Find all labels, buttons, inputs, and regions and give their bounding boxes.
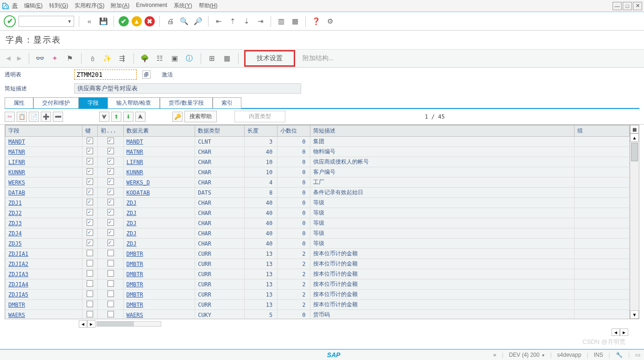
page-last-icon[interactable]: ⇥: [255, 16, 266, 27]
cut-icon[interactable]: ✂: [5, 112, 15, 122]
col-header[interactable]: 初...: [98, 126, 123, 137]
data-element-link[interactable]: MANDT: [126, 139, 143, 145]
field-link[interactable]: KUNNR: [8, 169, 25, 176]
field-column-scrollbar[interactable]: ◄►: [79, 320, 162, 328]
data-element-link[interactable]: WERKS_D: [126, 179, 150, 186]
init-checkbox[interactable]: [107, 219, 114, 226]
field-link[interactable]: MATNR: [8, 149, 25, 155]
init-checkbox[interactable]: [107, 280, 114, 287]
settings-icon[interactable]: ▦: [630, 125, 639, 133]
menu-item[interactable]: 编辑(E): [24, 2, 43, 10]
activate-icon[interactable]: 🕯: [87, 53, 98, 64]
cancel-icon[interactable]: ✖: [145, 16, 155, 26]
hierarchy-icon[interactable]: 🌳: [139, 53, 151, 64]
table-row[interactable]: DATABKODATABDATS80条件记录有效起始日: [6, 188, 630, 198]
menu-item[interactable]: 附加(A): [111, 2, 129, 10]
data-element-link[interactable]: KUNNR: [126, 169, 143, 176]
key-checkbox[interactable]: [87, 178, 93, 185]
table-row[interactable]: ZDJ2ZDJCHAR400等级: [6, 208, 630, 218]
field-link[interactable]: ZDJIA4: [8, 281, 28, 288]
key-checkbox[interactable]: [87, 148, 93, 154]
insert-row-icon[interactable]: ➕: [41, 112, 51, 122]
scroll-down-icon[interactable]: ▼: [630, 310, 639, 319]
field-link[interactable]: LIFNR: [8, 159, 25, 165]
print-icon[interactable]: 🖨: [164, 16, 176, 27]
table-row[interactable]: ZDJIA4DMBTRCURR132按本位币计的金额: [6, 279, 630, 290]
close-button[interactable]: ✕: [633, 2, 642, 10]
field-link[interactable]: ZDJ1: [8, 200, 22, 206]
display-change-icon[interactable]: 👓: [35, 53, 46, 64]
page-down-icon[interactable]: ⇣: [241, 16, 252, 27]
data-element-link[interactable]: DMBTR: [126, 281, 143, 288]
tab-3[interactable]: 输入帮助/检查: [107, 97, 160, 108]
key-checkbox[interactable]: [87, 270, 93, 277]
key-checkbox[interactable]: [87, 229, 93, 236]
where-used-icon[interactable]: ⇶: [117, 53, 128, 64]
search-help-button[interactable]: 搜索帮助: [184, 111, 217, 122]
short-desc-field[interactable]: [74, 83, 301, 94]
key-checkbox[interactable]: [87, 280, 93, 287]
field-link[interactable]: WAERS: [8, 312, 25, 318]
nav-fwd-icon[interactable]: ►: [16, 54, 23, 63]
field-link[interactable]: ZDJ5: [8, 240, 22, 247]
table-row[interactable]: ZDJ5ZDJCHAR400等级: [6, 239, 630, 249]
table-row[interactable]: MANDTMANDTCLNT30集团: [6, 137, 630, 147]
technical-settings-button[interactable]: 技术设置: [244, 50, 295, 67]
key-checkbox[interactable]: [87, 209, 93, 215]
table-row[interactable]: ZDJIA5DMBTRCURR132按本位币计的金额: [6, 290, 630, 300]
info-icon[interactable]: ⓘ: [184, 53, 195, 64]
find-icon[interactable]: 🔍: [178, 16, 189, 27]
init-checkbox[interactable]: [107, 209, 114, 215]
tab-4[interactable]: 货币/数量字段: [160, 97, 212, 108]
field-link[interactable]: ZDJ4: [8, 230, 22, 237]
data-element-link[interactable]: DMBTR: [126, 271, 143, 278]
table-row[interactable]: ZDJ1ZDJCHAR400等级: [6, 198, 630, 208]
menu-item[interactable]: 系统(Y): [174, 2, 192, 10]
data-element-link[interactable]: LIFNR: [126, 159, 143, 165]
help-icon[interactable]: ❓: [310, 16, 322, 27]
page-first-icon[interactable]: ⇤: [213, 16, 224, 27]
copy-icon[interactable]: 📋: [17, 112, 27, 122]
data-element-link[interactable]: DMBTR: [126, 302, 143, 308]
collapse-all-icon[interactable]: ⮝: [135, 112, 145, 122]
table-icon[interactable]: ▦: [221, 53, 233, 64]
col-header[interactable]: 小数位: [278, 126, 310, 137]
init-checkbox[interactable]: [107, 311, 114, 317]
col-header[interactable]: 组: [575, 126, 630, 137]
field-link[interactable]: ZDJIA2: [8, 261, 28, 267]
tab-0[interactable]: 属性: [5, 97, 33, 108]
field-link[interactable]: ZDJIA5: [8, 291, 28, 298]
init-checkbox[interactable]: [107, 189, 114, 195]
col-header[interactable]: 键: [82, 126, 98, 137]
collapse-icon[interactable]: ⬆: [111, 112, 121, 122]
key-checkbox[interactable]: [87, 189, 93, 195]
init-checkbox[interactable]: [107, 178, 114, 185]
menu-item[interactable]: 转到(G): [49, 2, 68, 10]
init-checkbox[interactable]: [107, 291, 114, 297]
table-row[interactable]: ZDJIA1DMBTRCURR132按本位币计的金额: [6, 249, 630, 259]
find-next-icon[interactable]: 🔎: [192, 16, 203, 27]
tab-1[interactable]: 交付和维护: [33, 97, 79, 108]
key-checkbox[interactable]: [87, 311, 93, 317]
vertical-scrollbar[interactable]: ▦ ▲ ▼: [630, 125, 639, 319]
key-checkbox[interactable]: [87, 260, 93, 266]
expand-all-icon[interactable]: ⮟: [99, 112, 109, 122]
key-icon[interactable]: 🔑: [172, 112, 183, 122]
config-icon[interactable]: ▭: [635, 352, 640, 358]
table-row[interactable]: ZDJIA3DMBTRCURR132按本位币计的金额: [6, 269, 630, 279]
append-structure-button[interactable]: 附加结构...: [299, 51, 338, 65]
init-checkbox[interactable]: [107, 270, 114, 277]
back-icon[interactable]: ✔: [119, 16, 129, 26]
table-row[interactable]: WERKSWERKS_DCHAR40工厂: [6, 177, 630, 188]
init-checkbox[interactable]: [107, 240, 114, 246]
table-row[interactable]: KUNNRKUNNRCHAR100客户编号: [6, 167, 630, 177]
table-row[interactable]: ZDJ4ZDJCHAR400等级: [6, 228, 630, 239]
key-checkbox[interactable]: [87, 250, 93, 256]
data-element-link[interactable]: ZDJ: [126, 220, 137, 227]
structure-icon[interactable]: ☷: [154, 53, 165, 64]
other-object-icon[interactable]: ✦: [50, 53, 61, 64]
first-page-icon[interactable]: «: [84, 16, 95, 27]
table-row[interactable]: WAERSWAERSCUKY50货币码: [6, 310, 630, 319]
scroll-up-icon[interactable]: ▲: [630, 133, 639, 142]
field-link[interactable]: ZDJ3: [8, 220, 22, 227]
